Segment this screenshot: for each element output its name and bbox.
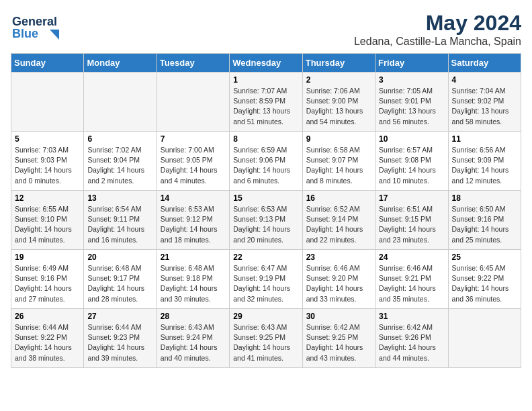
svg-text:General: General bbox=[12, 15, 57, 28]
page-header: General Blue May 2024 Ledana, Castille-L… bbox=[11, 11, 521, 48]
day-info: Sunrise: 6:55 AM Sunset: 9:10 PM Dayligh… bbox=[15, 204, 80, 245]
calendar-cell: 20Sunrise: 6:48 AM Sunset: 9:17 PM Dayli… bbox=[84, 250, 157, 309]
day-number: 7 bbox=[161, 134, 226, 144]
weekday-header-sunday: Sunday bbox=[11, 54, 84, 73]
week-row-2: 5Sunrise: 7:03 AM Sunset: 9:03 PM Daylig… bbox=[11, 132, 521, 191]
day-info: Sunrise: 6:54 AM Sunset: 9:11 PM Dayligh… bbox=[87, 204, 152, 245]
calendar-cell: 8Sunrise: 6:59 AM Sunset: 9:06 PM Daylig… bbox=[230, 132, 302, 191]
calendar-cell: 12Sunrise: 6:55 AM Sunset: 9:10 PM Dayli… bbox=[11, 191, 84, 250]
logo-svg: General Blue bbox=[11, 11, 71, 44]
calendar-cell: 13Sunrise: 6:54 AM Sunset: 9:11 PM Dayli… bbox=[84, 191, 157, 250]
day-info: Sunrise: 7:04 AM Sunset: 9:02 PM Dayligh… bbox=[452, 86, 517, 127]
day-number: 19 bbox=[15, 253, 80, 262]
day-number: 11 bbox=[452, 134, 517, 144]
svg-marker-2 bbox=[50, 30, 59, 40]
calendar-cell: 31Sunrise: 6:42 AM Sunset: 9:26 PM Dayli… bbox=[375, 309, 448, 368]
day-number: 16 bbox=[306, 193, 371, 203]
weekday-header-saturday: Saturday bbox=[448, 54, 521, 73]
day-number: 26 bbox=[15, 312, 80, 321]
day-info: Sunrise: 6:46 AM Sunset: 9:20 PM Dayligh… bbox=[306, 263, 371, 304]
day-info: Sunrise: 6:59 AM Sunset: 9:06 PM Dayligh… bbox=[233, 145, 298, 186]
day-number: 29 bbox=[233, 312, 298, 321]
day-info: Sunrise: 6:44 AM Sunset: 9:23 PM Dayligh… bbox=[87, 322, 152, 363]
day-info: Sunrise: 6:45 AM Sunset: 9:22 PM Dayligh… bbox=[452, 263, 517, 304]
logo: General Blue bbox=[11, 11, 71, 44]
day-info: Sunrise: 7:02 AM Sunset: 9:04 PM Dayligh… bbox=[87, 145, 152, 186]
day-number: 27 bbox=[87, 312, 152, 321]
day-number: 1 bbox=[233, 75, 298, 85]
day-number: 13 bbox=[87, 193, 152, 203]
calendar-cell: 22Sunrise: 6:47 AM Sunset: 9:19 PM Dayli… bbox=[230, 250, 302, 309]
day-info: Sunrise: 6:42 AM Sunset: 9:25 PM Dayligh… bbox=[306, 322, 371, 363]
day-number: 8 bbox=[233, 134, 298, 144]
calendar-cell: 24Sunrise: 6:46 AM Sunset: 9:21 PM Dayli… bbox=[375, 250, 448, 309]
day-info: Sunrise: 6:43 AM Sunset: 9:24 PM Dayligh… bbox=[161, 322, 226, 363]
day-info: Sunrise: 6:53 AM Sunset: 9:12 PM Dayligh… bbox=[161, 204, 226, 245]
weekday-header-tuesday: Tuesday bbox=[157, 54, 229, 73]
week-row-3: 12Sunrise: 6:55 AM Sunset: 9:10 PM Dayli… bbox=[11, 191, 521, 250]
calendar-cell: 28Sunrise: 6:43 AM Sunset: 9:24 PM Dayli… bbox=[157, 309, 229, 368]
day-number: 22 bbox=[233, 253, 298, 262]
calendar-cell: 10Sunrise: 6:57 AM Sunset: 9:08 PM Dayli… bbox=[375, 132, 448, 191]
calendar-cell: 15Sunrise: 6:53 AM Sunset: 9:13 PM Dayli… bbox=[230, 191, 302, 250]
calendar-cell: 2Sunrise: 7:06 AM Sunset: 9:00 PM Daylig… bbox=[302, 73, 375, 132]
day-info: Sunrise: 6:51 AM Sunset: 9:15 PM Dayligh… bbox=[379, 204, 444, 245]
calendar-cell: 23Sunrise: 6:46 AM Sunset: 9:20 PM Dayli… bbox=[302, 250, 375, 309]
day-info: Sunrise: 6:42 AM Sunset: 9:26 PM Dayligh… bbox=[379, 322, 444, 363]
day-info: Sunrise: 6:48 AM Sunset: 9:17 PM Dayligh… bbox=[87, 263, 152, 304]
day-info: Sunrise: 7:05 AM Sunset: 9:01 PM Dayligh… bbox=[379, 86, 444, 127]
calendar-cell: 14Sunrise: 6:53 AM Sunset: 9:12 PM Dayli… bbox=[157, 191, 229, 250]
calendar-cell: 9Sunrise: 6:58 AM Sunset: 9:07 PM Daylig… bbox=[302, 132, 375, 191]
day-number: 9 bbox=[306, 134, 371, 144]
day-number: 25 bbox=[452, 253, 517, 262]
day-info: Sunrise: 6:58 AM Sunset: 9:07 PM Dayligh… bbox=[306, 145, 371, 186]
calendar-cell: 11Sunrise: 6:56 AM Sunset: 9:09 PM Dayli… bbox=[448, 132, 521, 191]
day-info: Sunrise: 7:00 AM Sunset: 9:05 PM Dayligh… bbox=[161, 145, 226, 186]
day-info: Sunrise: 6:53 AM Sunset: 9:13 PM Dayligh… bbox=[233, 204, 298, 245]
day-number: 12 bbox=[15, 193, 80, 203]
day-info: Sunrise: 6:48 AM Sunset: 9:18 PM Dayligh… bbox=[161, 263, 226, 304]
day-number: 30 bbox=[306, 312, 371, 321]
day-number: 20 bbox=[87, 253, 152, 262]
page-subtitle: Ledana, Castille-La Mancha, Spain bbox=[354, 36, 521, 48]
calendar-cell: 5Sunrise: 7:03 AM Sunset: 9:03 PM Daylig… bbox=[11, 132, 84, 191]
calendar-cell bbox=[157, 73, 229, 132]
calendar-cell: 18Sunrise: 6:50 AM Sunset: 9:16 PM Dayli… bbox=[448, 191, 521, 250]
day-number: 14 bbox=[161, 193, 226, 203]
day-info: Sunrise: 6:50 AM Sunset: 9:16 PM Dayligh… bbox=[452, 204, 517, 245]
calendar-cell: 26Sunrise: 6:44 AM Sunset: 9:22 PM Dayli… bbox=[11, 309, 84, 368]
day-info: Sunrise: 6:47 AM Sunset: 9:19 PM Dayligh… bbox=[233, 263, 298, 304]
calendar-cell: 16Sunrise: 6:52 AM Sunset: 9:14 PM Dayli… bbox=[302, 191, 375, 250]
title-block: May 2024 Ledana, Castille-La Mancha, Spa… bbox=[354, 11, 521, 48]
calendar-cell: 29Sunrise: 6:43 AM Sunset: 9:25 PM Dayli… bbox=[230, 309, 302, 368]
day-number: 24 bbox=[379, 253, 444, 262]
day-number: 5 bbox=[15, 134, 80, 144]
weekday-header-wednesday: Wednesday bbox=[230, 54, 302, 73]
calendar-cell: 6Sunrise: 7:02 AM Sunset: 9:04 PM Daylig… bbox=[84, 132, 157, 191]
week-row-4: 19Sunrise: 6:49 AM Sunset: 9:16 PM Dayli… bbox=[11, 250, 521, 309]
day-number: 28 bbox=[161, 312, 226, 321]
day-number: 4 bbox=[452, 75, 517, 85]
calendar-cell bbox=[448, 309, 521, 368]
calendar-cell: 7Sunrise: 7:00 AM Sunset: 9:05 PM Daylig… bbox=[157, 132, 229, 191]
page-title: May 2024 bbox=[354, 11, 521, 36]
day-info: Sunrise: 6:46 AM Sunset: 9:21 PM Dayligh… bbox=[379, 263, 444, 304]
weekday-header-friday: Friday bbox=[375, 54, 448, 73]
calendar-cell: 4Sunrise: 7:04 AM Sunset: 9:02 PM Daylig… bbox=[448, 73, 521, 132]
calendar-cell: 21Sunrise: 6:48 AM Sunset: 9:18 PM Dayli… bbox=[157, 250, 229, 309]
day-number: 2 bbox=[306, 75, 371, 85]
day-number: 17 bbox=[379, 193, 444, 203]
day-number: 23 bbox=[306, 253, 371, 262]
day-number: 10 bbox=[379, 134, 444, 144]
week-row-5: 26Sunrise: 6:44 AM Sunset: 9:22 PM Dayli… bbox=[11, 309, 521, 368]
calendar-cell: 27Sunrise: 6:44 AM Sunset: 9:23 PM Dayli… bbox=[84, 309, 157, 368]
calendar-table: SundayMondayTuesdayWednesdayThursdayFrid… bbox=[11, 53, 521, 368]
calendar-cell: 1Sunrise: 7:07 AM Sunset: 8:59 PM Daylig… bbox=[230, 73, 302, 132]
day-number: 15 bbox=[233, 193, 298, 203]
calendar-cell bbox=[84, 73, 157, 132]
calendar-cell: 30Sunrise: 6:42 AM Sunset: 9:25 PM Dayli… bbox=[302, 309, 375, 368]
weekday-header-row: SundayMondayTuesdayWednesdayThursdayFrid… bbox=[11, 54, 521, 73]
day-info: Sunrise: 6:44 AM Sunset: 9:22 PM Dayligh… bbox=[15, 322, 80, 363]
day-info: Sunrise: 6:49 AM Sunset: 9:16 PM Dayligh… bbox=[15, 263, 80, 304]
day-info: Sunrise: 6:56 AM Sunset: 9:09 PM Dayligh… bbox=[452, 145, 517, 186]
